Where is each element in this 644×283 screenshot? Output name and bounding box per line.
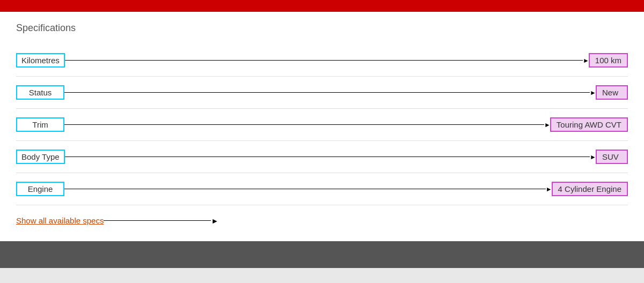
spec-value-wrapper-trim: ► Touring AWD CVT: [544, 117, 628, 132]
spec-value-engine: 4 Cylinder Engine: [552, 182, 628, 196]
spec-value-body-type: SUV: [596, 150, 628, 164]
spec-value-wrapper-engine: ► 4 Cylinder Engine: [546, 182, 628, 196]
spec-row-trim: Trim ► Touring AWD CVT: [16, 109, 628, 141]
top-bar: [0, 0, 644, 12]
spec-row-engine: Engine ► 4 Cylinder Engine: [16, 173, 628, 205]
spec-line-status: [64, 92, 590, 93]
show-all-link[interactable]: Show all available specs ►: [16, 216, 628, 225]
spec-row-kilometres: Kilometres ► 100 km: [16, 44, 628, 77]
spec-line-body-type: [65, 157, 590, 157]
spec-line-trim: [64, 124, 544, 125]
spec-line-kilometres: [65, 60, 583, 61]
spec-label-trim: Trim: [16, 117, 64, 132]
show-all-arrow-icon: ►: [211, 217, 218, 225]
spec-value-status: New: [596, 85, 628, 100]
specs-list: Kilometres ► 100 km Status ► New Trim ► …: [16, 44, 628, 205]
spec-label-body-type: Body Type: [16, 150, 65, 164]
spec-label-engine: Engine: [16, 182, 64, 196]
spec-line-engine: [64, 189, 546, 189]
spec-row-body-type: Body Type ► SUV: [16, 141, 628, 173]
spec-value-wrapper-kilometres: ► 100 km: [583, 53, 628, 68]
spec-label-kilometres: Kilometres: [16, 53, 65, 68]
spec-row-status: Status ► New: [16, 77, 628, 109]
section-title: Specifications: [16, 23, 628, 34]
spec-value-kilometres: 100 km: [589, 53, 628, 68]
spec-value-trim: Touring AWD CVT: [550, 117, 628, 132]
spec-value-wrapper-body-type: ► SUV: [590, 150, 628, 164]
spec-label-status: Status: [16, 85, 64, 100]
spec-value-wrapper-status: ► New: [590, 85, 628, 100]
bottom-bar: [0, 241, 644, 268]
show-all-text[interactable]: Show all available specs: [16, 216, 104, 225]
main-content: Specifications Kilometres ► 100 km Statu…: [0, 12, 644, 241]
show-all-line: [104, 220, 211, 221]
